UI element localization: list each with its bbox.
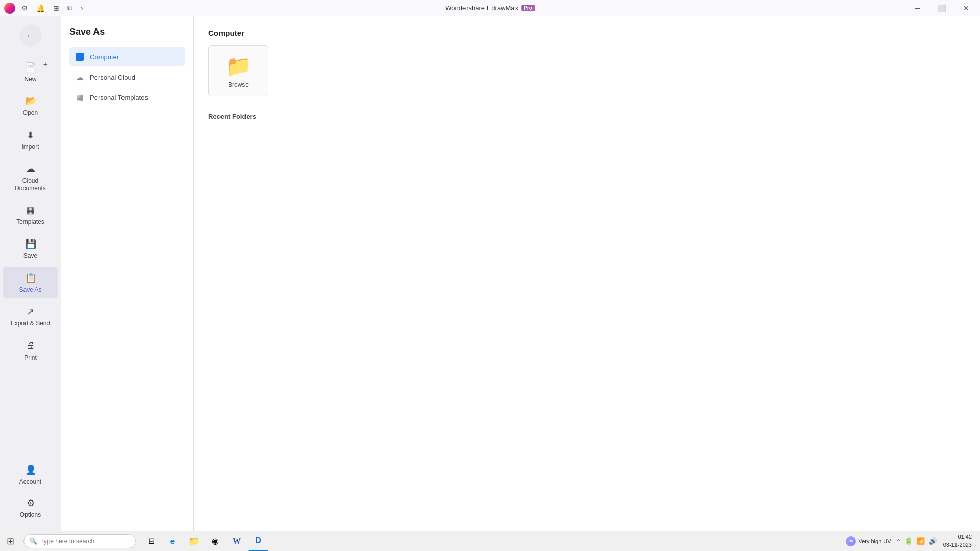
saveas-icon: 📋 xyxy=(24,272,37,284)
sidebar-item-account-label: Account xyxy=(19,478,41,485)
battery-icon[interactable]: 🔋 xyxy=(903,536,914,546)
window-controls: ─ ⬜ ✕ xyxy=(905,0,978,16)
main-content: Computer 📁 Browse Recent Folders xyxy=(194,16,980,531)
taskbar-time[interactable]: 01:42 03-11-2023 xyxy=(939,533,976,549)
sidebar-item-new-label: New xyxy=(24,76,36,83)
sidebar-item-export[interactable]: ↗ Export & Send xyxy=(3,300,58,332)
copy-icon-btn[interactable]: ⧉ xyxy=(64,2,76,14)
personal-templates-icon: ▦ xyxy=(75,92,85,103)
browse-card[interactable]: 📁 Browse xyxy=(208,45,268,96)
sidebar-item-open-label: Open xyxy=(23,109,38,116)
start-button[interactable]: ⊞ xyxy=(0,531,20,552)
save-icon: 💾 xyxy=(24,238,37,250)
network-icon[interactable]: 📶 xyxy=(916,536,926,546)
taskbar-app-word[interactable]: W xyxy=(227,531,247,552)
sidebar-item-export-label: Export & Send xyxy=(11,320,50,327)
search-input[interactable] xyxy=(40,538,127,545)
uv-icon-label: UV xyxy=(849,539,854,543)
date-display: 03-11-2023 xyxy=(943,541,972,549)
folder-icon-large: 📁 xyxy=(226,54,251,78)
saveas-option-computer[interactable]: Computer xyxy=(69,47,185,66)
taskbar-right: UV Very high UV ^ 🔋 📶 🔊 01:42 03-11-2023 xyxy=(842,533,980,549)
taskbar-app-file-explorer[interactable]: 📁 xyxy=(184,531,204,552)
title-bar: ⚙ 🔔 ⊞ ⧉ › Wondershare EdrawMax Pro ─ ⬜ ✕ xyxy=(0,0,980,16)
sidebar-item-cloud[interactable]: ☁ Cloud Documents xyxy=(3,158,58,197)
taskbar: ⊞ 🔍 ⊟ e 📁 ◉ W D UV Very high UV ^ 🔋 📶 🔊 … xyxy=(0,531,980,551)
sidebar-item-templates[interactable]: ▦ Templates xyxy=(3,199,58,231)
browse-grid: 📁 Browse xyxy=(208,45,966,96)
taskbar-app-edrawmax[interactable]: D xyxy=(248,531,268,552)
options-icon: ⚙ xyxy=(24,497,37,509)
sidebar-item-open[interactable]: 📂 Open xyxy=(3,90,58,121)
export-icon: ↗ xyxy=(24,306,37,318)
taskbar-app-widgets[interactable]: ⊟ xyxy=(141,531,161,552)
cloud-icon: ☁ xyxy=(24,163,37,175)
uv-label: Very high UV xyxy=(858,538,891,544)
taskbar-apps: ⊟ e 📁 ◉ W D xyxy=(141,531,268,552)
sidebar-item-save[interactable]: 💾 Save xyxy=(3,233,58,264)
minimize-button[interactable]: ─ xyxy=(905,0,929,16)
account-icon: 👤 xyxy=(24,464,37,476)
volume-icon[interactable]: 🔊 xyxy=(928,536,938,546)
import-icon: ⬇ xyxy=(24,129,37,141)
uv-circle-icon: UV xyxy=(846,536,856,546)
sidebar-item-import[interactable]: ⬇ Import xyxy=(3,124,58,156)
templates-icon: ▦ xyxy=(24,204,37,216)
section-title: Computer xyxy=(208,29,966,37)
sidebar-item-options[interactable]: ⚙ Options xyxy=(3,492,58,523)
sidebar-item-options-label: Options xyxy=(20,511,41,518)
sidebar-item-saveas-label: Save As xyxy=(19,286,41,293)
app-name: Wondershare EdrawMax xyxy=(445,4,518,12)
sidebar-item-import-label: Import xyxy=(21,143,39,151)
title-bar-left: ⚙ 🔔 ⊞ ⧉ › xyxy=(0,2,86,14)
sidebar-item-save-label: Save xyxy=(23,252,37,259)
taskbar-search-box[interactable]: 🔍 xyxy=(23,534,136,548)
saveas-options: Computer ☁ Personal Cloud ▦ Personal Tem… xyxy=(69,47,185,107)
saveas-option-computer-label: Computer xyxy=(90,53,119,61)
pro-badge: Pro xyxy=(521,5,535,11)
avatar xyxy=(4,3,15,14)
sidebar-item-saveas[interactable]: 📋 Save As xyxy=(3,267,58,298)
sidebar-item-templates-label: Templates xyxy=(16,218,44,226)
open-icon: 📂 xyxy=(24,95,37,107)
bell-icon-btn[interactable]: 🔔 xyxy=(33,2,48,14)
browse-label: Browse xyxy=(228,81,249,88)
saveas-option-personal-cloud-label: Personal Cloud xyxy=(90,73,135,81)
saveas-panel: Save As Computer ☁ Personal Cloud ▦ Pers… xyxy=(61,16,194,531)
time-display: 01:42 xyxy=(943,533,972,541)
tray-icons: ^ 🔋 📶 🔊 xyxy=(896,536,938,546)
new-icon: 📄 xyxy=(24,61,37,73)
taskbar-app-chrome[interactable]: ◉ xyxy=(205,531,226,552)
sidebar-item-print[interactable]: 🖨 Print xyxy=(3,335,58,366)
left-nav: ← 📄 + New 📂 Open ⬇ Import ☁ Cloud Docume… xyxy=(0,16,61,531)
sidebar-item-print-label: Print xyxy=(24,354,37,361)
settings-icon-btn[interactable]: ⚙ xyxy=(18,2,31,14)
sidebar-item-account[interactable]: 👤 Account xyxy=(3,459,58,490)
grid-icon-btn[interactable]: ⊞ xyxy=(50,2,62,14)
personal-cloud-icon: ☁ xyxy=(75,72,85,82)
search-icon: 🔍 xyxy=(29,537,37,545)
toolbar-icons: ⚙ 🔔 ⊞ ⧉ › xyxy=(18,2,86,14)
print-icon: 🖨 xyxy=(24,340,37,352)
sidebar-item-new[interactable]: 📄 + New xyxy=(3,56,58,88)
saveas-option-personal-cloud[interactable]: ☁ Personal Cloud xyxy=(69,68,185,86)
saveas-option-personal-templates[interactable]: ▦ Personal Templates xyxy=(69,88,185,107)
app-container: ← 📄 + New 📂 Open ⬇ Import ☁ Cloud Docume… xyxy=(0,16,980,531)
computer-icon xyxy=(75,52,85,62)
saveas-title: Save As xyxy=(69,27,185,37)
uv-indicator: UV Very high UV xyxy=(842,536,895,546)
tray-chevron-icon[interactable]: ^ xyxy=(896,536,901,546)
sidebar-item-cloud-label: Cloud Documents xyxy=(7,177,54,192)
plus-icon: + xyxy=(43,60,47,68)
taskbar-app-edge[interactable]: e xyxy=(162,531,183,552)
title-bar-center: Wondershare EdrawMax Pro xyxy=(445,4,535,12)
nav-bottom: 👤 Account ⚙ Options xyxy=(0,458,61,531)
recent-folders-title: Recent Folders xyxy=(208,113,966,120)
back-button[interactable]: ← xyxy=(19,24,42,47)
maximize-button[interactable]: ⬜ xyxy=(930,0,953,16)
saveas-option-personal-templates-label: Personal Templates xyxy=(90,94,148,102)
close-button[interactable]: ✕ xyxy=(954,0,978,16)
arrow-icon-btn[interactable]: › xyxy=(78,2,86,14)
